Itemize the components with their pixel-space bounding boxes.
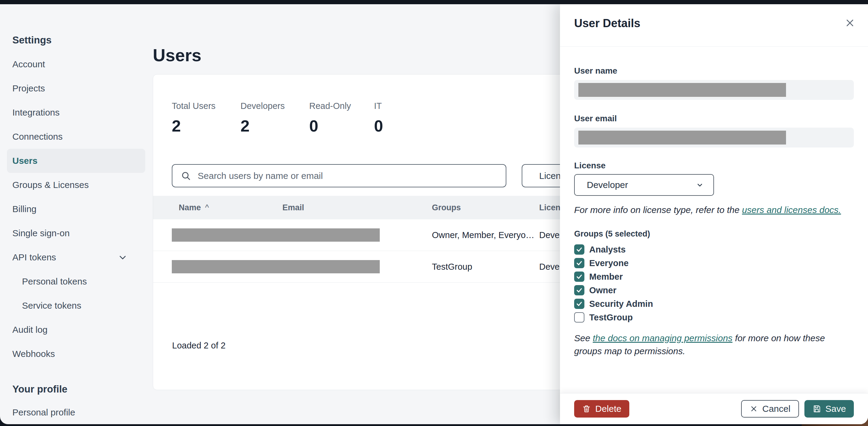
- chevron-down-icon: [118, 252, 128, 262]
- license-label: License: [574, 161, 854, 170]
- checkbox-checked[interactable]: [574, 258, 584, 268]
- user-stats: Total Users 2 Developers 2 Read-Only 0 I…: [172, 101, 383, 135]
- column-header-email[interactable]: Email: [282, 196, 304, 219]
- column-header-groups[interactable]: Groups: [432, 196, 461, 219]
- chevron-down-icon: [695, 180, 704, 190]
- trash-icon: [582, 404, 591, 413]
- stat-total-users: Total Users 2: [172, 101, 241, 135]
- license-info-text: For more info on license type, refer to …: [574, 204, 854, 217]
- sidebar-item-groups-licenses[interactable]: Groups & Licenses: [7, 173, 145, 197]
- group-option-owner: Owner: [574, 284, 854, 297]
- groups-checkbox-list: Analysts Everyone Member: [574, 243, 854, 324]
- sidebar-item-service-tokens[interactable]: Service tokens: [7, 293, 145, 318]
- users-and-licenses-docs-link[interactable]: users and licenses docs.: [742, 205, 841, 215]
- sidebar-item-account[interactable]: Account: [7, 52, 145, 76]
- panel-header: User Details: [560, 4, 868, 47]
- app-window: Settings Account Projects Integrations C…: [0, 4, 868, 424]
- save-button[interactable]: Save: [804, 400, 854, 418]
- group-option-everyone: Everyone: [574, 256, 854, 270]
- sidebar-nav-list: Account Projects Integrations Connection…: [7, 52, 145, 366]
- stat-it: IT 0: [374, 101, 383, 135]
- sort-ascending-icon: ^: [205, 203, 209, 212]
- redacted-name-email: [172, 260, 380, 273]
- checkbox-checked[interactable]: [574, 285, 584, 295]
- license-select[interactable]: Developer: [574, 174, 714, 196]
- redacted-value: [578, 131, 786, 144]
- sidebar-item-webhooks[interactable]: Webhooks: [7, 342, 145, 366]
- sidebar-item-integrations[interactable]: Integrations: [7, 101, 145, 124]
- user-name-field[interactable]: [574, 80, 854, 100]
- sidebar-item-personal-profile[interactable]: Personal profile: [7, 400, 145, 424]
- panel-body: User name User email License Developer F…: [560, 47, 868, 393]
- column-header-name[interactable]: Name ^: [179, 196, 209, 219]
- cancel-button[interactable]: Cancel: [741, 400, 799, 418]
- panel-title: User Details: [574, 17, 641, 30]
- row-groups-cell: TestGroup: [432, 251, 472, 282]
- search-users-box: [172, 164, 506, 187]
- redacted-value: [578, 83, 786, 97]
- group-option-security-admin: Security Admin: [574, 297, 854, 311]
- sidebar-item-personal-tokens[interactable]: Personal tokens: [7, 269, 145, 293]
- sidebar-section-title: Settings: [7, 34, 145, 46]
- user-details-panel: User Details User name User email Licens…: [560, 4, 868, 424]
- settings-sidebar: Settings Account Projects Integrations C…: [0, 4, 152, 424]
- sidebar-profile-section-title: Your profile: [7, 384, 145, 395]
- checkbox-unchecked[interactable]: [574, 312, 584, 322]
- close-icon: [844, 17, 856, 29]
- sidebar-item-audit-log[interactable]: Audit log: [7, 318, 145, 342]
- page-title: Users: [153, 45, 201, 65]
- user-email-label: User email: [574, 114, 854, 123]
- delete-button[interactable]: Delete: [574, 400, 629, 418]
- sidebar-item-single-sign-on[interactable]: Single sign-on: [7, 221, 145, 245]
- sidebar-item-connections[interactable]: Connections: [7, 124, 145, 149]
- group-option-member: Member: [574, 270, 854, 284]
- sidebar-item-api-tokens[interactable]: API tokens: [7, 245, 145, 269]
- redacted-name-email: [172, 228, 380, 242]
- permissions-note: See the docs on managing permissions for…: [574, 332, 854, 358]
- checkbox-checked[interactable]: [574, 299, 584, 309]
- row-groups-cell: Owner, Member, Everyo…: [432, 219, 534, 251]
- checkbox-checked[interactable]: [574, 245, 584, 255]
- save-icon: [812, 404, 821, 413]
- managing-permissions-docs-link[interactable]: the docs on managing permissions: [593, 333, 733, 343]
- checkbox-checked[interactable]: [574, 272, 584, 282]
- groups-label: Groups (5 selected): [574, 229, 854, 239]
- close-panel-button[interactable]: [843, 16, 857, 30]
- user-email-field[interactable]: [574, 127, 854, 147]
- close-icon: [749, 404, 758, 413]
- sidebar-item-projects[interactable]: Projects: [7, 76, 145, 101]
- panel-footer: Delete Cancel Save: [560, 393, 868, 424]
- sidebar-item-users[interactable]: Users: [7, 149, 145, 173]
- license-select-value: Developer: [587, 180, 695, 190]
- sidebar-item-billing[interactable]: Billing: [7, 197, 145, 221]
- search-users-input[interactable]: [197, 170, 506, 181]
- stat-read-only: Read-Only 0: [309, 101, 374, 135]
- group-option-analysts: Analysts: [574, 243, 854, 256]
- group-option-testgroup: TestGroup: [574, 311, 854, 324]
- loaded-status: Loaded 2 of 2: [172, 341, 225, 350]
- search-icon: [181, 171, 191, 181]
- stat-developers: Developers 2: [241, 101, 309, 135]
- user-name-label: User name: [574, 66, 854, 76]
